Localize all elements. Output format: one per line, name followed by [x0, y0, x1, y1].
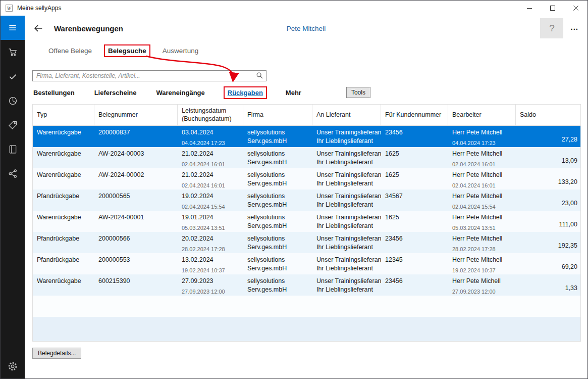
column-label: Saldo	[520, 111, 577, 119]
pie-chart-icon[interactable]	[1, 88, 25, 113]
minimize-icon[interactable]	[518, 1, 541, 16]
subtab-rueckgaben[interactable]: Rückgaben	[224, 86, 267, 99]
titlebar: W Meine sellyApps	[1, 1, 587, 16]
cell-an-lieferant: Unser Trainingslieferant Ihr Lieblingsli…	[312, 253, 381, 274]
table-row[interactable]: Warenrückgabe AW-2024-00001 19.01.2024 0…	[33, 211, 580, 232]
cell-belegnummer: AW-2024-00002	[94, 168, 178, 190]
back-icon[interactable]	[30, 20, 47, 37]
main-area: Warenbewegungen Pete Mitchell ? ... Offe…	[25, 16, 587, 378]
tools-button[interactable]: Tools	[346, 87, 370, 98]
cell-an-lieferant: Unser Trainingslieferant Ihr Lieblingsli…	[312, 147, 381, 168]
subtab-bestellungen[interactable]: Bestellungen	[32, 85, 76, 100]
appbar-actions: ? ...	[540, 18, 587, 38]
menu-icon[interactable]	[1, 16, 25, 40]
settings-icon[interactable]	[1, 355, 25, 377]
column-header-bearbeiter[interactable]: Bearbeiter	[448, 105, 516, 125]
column-header-saldo[interactable]: Saldo	[516, 105, 581, 125]
cell-kundennummer: 1625	[381, 211, 448, 232]
cell-bearbeiter: Herr Pete Michell 27.09.2023 12:00	[448, 274, 516, 296]
cell-typ: Warenrückgabe	[33, 147, 94, 168]
column-header-typ[interactable]: Typ	[33, 105, 94, 125]
table-row[interactable]: Warenrückgabe 600215390 27.09.2023 27.09…	[33, 274, 580, 296]
cell-kundennummer: 23456	[381, 232, 448, 253]
cell-buchungsdatum: 02.04.2024 15:54	[182, 203, 239, 210]
cell-bearbeitet-am: 28.02.2024 17:28	[452, 246, 512, 253]
results-table: Typ Belegnummer Leistungsdatum (Buchungs…	[32, 104, 581, 342]
table-empty-area	[33, 317, 580, 341]
window-title: Meine sellyApps	[17, 5, 61, 12]
column-header-an-lieferant[interactable]: An Lieferant	[312, 105, 381, 125]
cell-leistungsdatum: 27.09.2023 27.09.2023 12:00	[178, 274, 243, 296]
cell-buchungsdatum: 05.03.2024 13:51	[182, 224, 239, 231]
more-button[interactable]: ...	[570, 23, 578, 31]
search-input[interactable]	[32, 70, 266, 81]
column-header-firma[interactable]: Firma	[243, 105, 312, 125]
help-button[interactable]: ?	[540, 18, 563, 38]
cell-kundennummer: 12345	[381, 253, 448, 274]
search-icon[interactable]	[256, 72, 263, 81]
belegdetails-button[interactable]: Belegdetails...	[32, 348, 81, 359]
cell-buchungsdatum: 28.02.2024 17:28	[182, 246, 239, 253]
cell-bearbeitet-am: 27.09.2023 12:00	[452, 288, 512, 295]
column-label: An Lieferant	[316, 111, 377, 119]
cell-belegnummer: 200000553	[94, 253, 178, 274]
cell-saldo: 133,20	[516, 168, 581, 190]
cell-buchungsdatum: 02.04.2024 16:01	[182, 182, 239, 189]
column-header-leistungsdatum[interactable]: Leistungsdatum (Buchungsdatum)	[178, 105, 243, 125]
tab-auswertung[interactable]: Auswertung	[157, 43, 203, 58]
cell-bearbeiter: Herr Pete Mitchell 02.04.2024 16:01	[448, 168, 516, 190]
app-window: W Meine sellyApps	[0, 0, 588, 379]
cell-belegnummer: 200000837	[94, 126, 178, 147]
subtab-wareneingaenge[interactable]: Wareneingänge	[155, 85, 205, 100]
cell-typ: Pfandrückgabe	[33, 190, 94, 211]
cell-typ: Pfandrückgabe	[33, 232, 94, 253]
cell-leistungsdatum: 03.04.2024 04.04.2024 17:23	[178, 126, 243, 147]
cell-saldo: 111,00	[516, 211, 581, 232]
tag-icon[interactable]	[1, 113, 25, 137]
tab-bar: Offene Belege Belegsuche Auswertung	[43, 41, 587, 60]
cart-icon[interactable]	[1, 40, 25, 64]
subtab-mehr[interactable]: Mehr	[285, 85, 302, 100]
column-header-belegnummer[interactable]: Belegnummer	[94, 105, 178, 125]
cell-belegnummer: 600215390	[94, 274, 178, 296]
cell-bearbeiter: Herr Pete Mitchell 05.03.2024 13:51	[448, 211, 516, 232]
table-row[interactable]: Warenrückgabe AW-2024-00002 21.02.2024 0…	[33, 168, 580, 190]
cell-belegnummer: AW-2024-00003	[94, 147, 178, 168]
cell-saldo: 69,20	[516, 253, 581, 274]
table-row[interactable]: Pfandrückgabe 200000566 20.02.2024 28.02…	[33, 232, 580, 253]
cell-typ: Warenrückgabe	[33, 126, 94, 147]
cell-firma: sellysolutions Serv.ges.mbH	[243, 126, 312, 147]
cell-leistungsdatum: 20.02.2024 28.02.2024 17:28	[178, 232, 243, 253]
cell-leistungsdatum: 13.02.2024 19.02.2024 10:37	[178, 253, 243, 274]
column-label: Für Kundennummer	[385, 111, 444, 119]
cell-an-lieferant: Unser Trainingslieferant Ihr Lieblingsli…	[312, 126, 381, 147]
table-row[interactable]: Pfandrückgabe 200000565 19.02.2024 02.04…	[33, 190, 580, 211]
cell-bearbeiter: Herr Pete Mitchell 02.04.2024 15:54	[448, 190, 516, 211]
table-row[interactable]: Pfandrückgabe 200000553 13.02.2024 19.02…	[33, 253, 580, 274]
app-icon: W	[5, 4, 13, 12]
cell-an-lieferant: Unser Trainingslieferant Ihr Lieblingsli…	[312, 190, 381, 211]
ledger-icon[interactable]	[1, 137, 25, 161]
cell-typ: Warenrückgabe	[33, 211, 94, 232]
column-label: Firma	[247, 111, 308, 119]
table-row[interactable]: Warenrückgabe AW-2024-00003 21.02.2024 0…	[33, 147, 580, 168]
subtab-bar: Bestellungen Lieferscheine Wareneingänge…	[32, 85, 587, 100]
user-name[interactable]: Pete Mitchell	[287, 25, 326, 32]
share-icon[interactable]	[1, 161, 25, 185]
cell-belegnummer: 200000565	[94, 190, 178, 211]
close-icon[interactable]	[564, 1, 587, 16]
cell-buchungsdatum: 19.02.2024 10:37	[182, 267, 239, 274]
cell-kundennummer: 23456	[381, 126, 448, 147]
maximize-icon[interactable]	[541, 1, 564, 16]
tab-belegsuche[interactable]: Belegsuche	[104, 44, 150, 57]
cell-bearbeitet-am: 19.02.2024 10:37	[452, 267, 512, 274]
page-title: Warenbewegungen	[54, 24, 123, 33]
tab-offene-belege[interactable]: Offene Belege	[43, 43, 97, 58]
column-header-kundennummer[interactable]: Für Kundennummer	[381, 105, 448, 125]
table-header: Typ Belegnummer Leistungsdatum (Buchungs…	[33, 105, 580, 126]
subtab-lieferscheine[interactable]: Lieferscheine	[93, 85, 138, 100]
cell-firma: sellysolutions Serv.ges.mbH	[243, 168, 312, 190]
table-row[interactable]: Warenrückgabe 200000837 03.04.2024 04.04…	[33, 126, 580, 147]
checklist-icon[interactable]	[1, 64, 25, 88]
cell-saldo: 1,33	[516, 274, 581, 296]
